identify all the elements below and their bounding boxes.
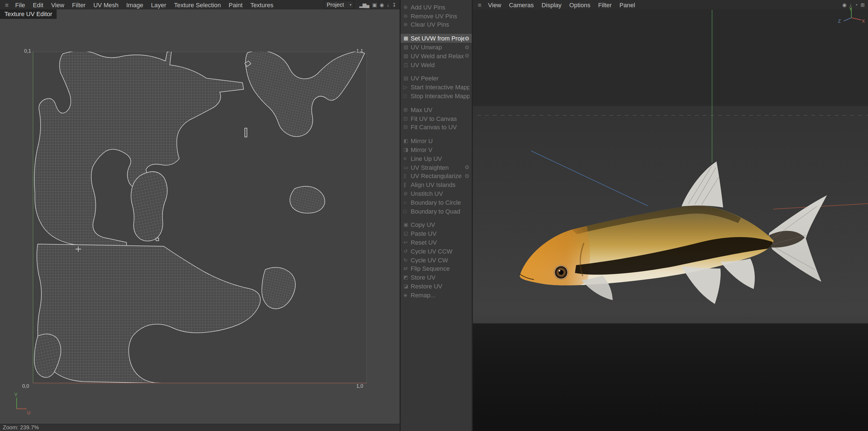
menu-item-textures[interactable]: Textures — [246, 1, 277, 8]
command-clear-uv-pins[interactable]: ⊗Clear UV Pins — [401, 20, 472, 29]
rectangularize-icon: ▯ — [403, 173, 411, 179]
command-group: ◧Mirror U◨Mirror V≡Line Up UV▭UV Straigh… — [401, 137, 472, 216]
command-remap[interactable]: ◈Remap... — [401, 291, 472, 300]
command-mirror-u[interactable]: ◧Mirror U — [401, 137, 472, 145]
gizmo-x-label: X — [862, 19, 865, 24]
command-uv-peeler[interactable]: ▤UV Peeler — [401, 74, 472, 83]
command-align-uv-islands[interactable]: ∥Align UV Islands — [401, 180, 472, 190]
command-remove-uv-pins[interactable]: ⊖Remove UV Pins — [401, 12, 472, 21]
remap-icon: ◈ — [403, 292, 411, 298]
menu-item-paint[interactable]: Paint — [225, 1, 246, 8]
layers-icon[interactable]: ▣ — [370, 2, 378, 7]
command-store-uv[interactable]: ◩Store UV — [401, 273, 472, 282]
menu-item-view[interactable]: View — [47, 1, 68, 8]
menu-item-display[interactable]: Display — [537, 1, 565, 8]
command-label: Line Up UV — [411, 155, 469, 162]
command-copy-uv[interactable]: ▣Copy UV — [401, 221, 472, 229]
gear-icon[interactable]: ⚙ — [465, 53, 469, 59]
import-arrow-icon[interactable]: ↓ — [385, 2, 391, 7]
gizmo-z-label: Z — [838, 19, 841, 24]
menu-item-edit[interactable]: Edit — [29, 1, 47, 8]
command-mirror-v[interactable]: ◨Mirror V — [401, 145, 472, 154]
uv-island-strip[interactable] — [245, 128, 247, 137]
clear-pins-icon: ⊗ — [403, 22, 411, 28]
command-restore-uv[interactable]: ◪Restore UV — [401, 282, 472, 291]
gear-icon[interactable]: ⚙ — [465, 44, 469, 50]
menu-item-options[interactable]: Options — [565, 1, 594, 8]
menu-item-view[interactable]: View — [484, 1, 505, 8]
command-stop-interactive-mapping[interactable]: □Stop Interactive Mapping — [401, 92, 472, 100]
uv-editor-pane: ≡ FileEditViewFilterUV MeshImageLayerTex… — [0, 0, 400, 431]
gear-icon[interactable]: ⚙ — [465, 35, 469, 42]
command-label: UV Rectangularize — [411, 173, 465, 179]
command-label: Unstitch UV — [411, 190, 469, 197]
uv-island-dot[interactable] — [156, 238, 159, 241]
histogram-icon[interactable]: ▂▆▄ — [358, 2, 370, 7]
command-max-uv[interactable]: ⊞Max UV — [401, 105, 472, 114]
command-uv-straighten[interactable]: ▭UV Straighten⚙ — [401, 163, 472, 172]
uv-island-right-teardrop[interactable] — [262, 267, 295, 309]
fish-model-3d[interactable] — [516, 161, 827, 304]
command-reset-uv[interactable]: ↩Reset UV — [401, 238, 472, 247]
restore-uv-icon: ◪ — [403, 284, 411, 289]
command-set-uvw-from-projection[interactable]: ▦Set UVW from Projection⚙ — [401, 34, 472, 43]
uv-canvas-u-axis-line — [33, 383, 367, 383]
menu-item-filter[interactable]: Filter — [68, 1, 90, 8]
uv-corner-label-10: 1,0 — [356, 383, 363, 389]
gear-icon[interactable]: ⚙ — [465, 164, 469, 170]
command-unstitch-uv[interactable]: ⊘Unstitch UV — [401, 189, 472, 198]
v-axis-label: V — [14, 392, 18, 397]
project-dropdown-label: Project — [327, 2, 344, 8]
command-start-interactive-mapping[interactable]: ▷Start Interactive Mapping — [401, 83, 472, 92]
command-fit-canvas-to-uv[interactable]: ⊟Fit Canvas to UV — [401, 123, 472, 132]
command-flip-sequence[interactable]: ⇄Flip Sequence — [401, 264, 472, 273]
command-uv-weld[interactable]: ◫UV Weld — [401, 61, 472, 69]
application-window: ≡ FileEditViewFilterUV MeshImageLayerTex… — [0, 0, 868, 431]
remove-pin-icon: ⊖ — [403, 13, 411, 19]
menu-item-image[interactable]: Image — [122, 1, 147, 8]
menu-item-panel[interactable]: Panel — [616, 1, 639, 8]
uv-editor-tab[interactable]: Texture UV Editor — [0, 9, 57, 19]
command-uv-weld-and-relax[interactable]: ▨UV Weld and Relax⚙ — [401, 52, 472, 61]
uv-mesh-islands[interactable] — [33, 52, 366, 383]
menu-item-file[interactable]: File — [11, 1, 29, 8]
command-cycle-uv-cw[interactable]: ↻Cycle UV CW — [401, 256, 472, 264]
viewport-axis-gizmo[interactable]: Y X Z — [837, 5, 865, 28]
project-dropdown[interactable]: Project ▾ — [324, 1, 354, 9]
command-label: Mirror V — [411, 146, 469, 153]
fish-dorsal-fin — [682, 161, 723, 207]
command-label: Max UV — [411, 106, 469, 113]
uv-island-center-blob[interactable] — [131, 172, 167, 241]
panel-menu-icon[interactable]: ≡ — [2, 1, 11, 8]
gear-icon[interactable]: ⚙ — [465, 173, 469, 179]
command-line-up-uv[interactable]: ≡Line Up UV — [401, 154, 472, 163]
command-label: Mirror U — [411, 138, 469, 144]
command-boundary-to-circle[interactable]: ○Boundary to Circle — [401, 198, 472, 207]
zoom-level-text: Zoom: 239.7% — [3, 424, 39, 430]
command-uv-unwrap[interactable]: ▧UV Unwrap⚙ — [401, 43, 472, 52]
sphere-icon[interactable]: ◉ — [378, 2, 385, 7]
command-uv-rectangularize[interactable]: ▯UV Rectangularize⚙ — [401, 172, 472, 180]
command-paste-uv[interactable]: ◱Paste UV — [401, 229, 472, 238]
menu-item-filter[interactable]: Filter — [594, 1, 616, 8]
menu-item-cameras[interactable]: Cameras — [505, 1, 537, 8]
menu-item-uv-mesh[interactable]: UV Mesh — [89, 1, 122, 8]
command-fit-uv-to-canvas[interactable]: ⊡Fit UV to Canvas — [401, 114, 472, 123]
menu-item-texture-selection[interactable]: Texture Selection — [170, 1, 225, 8]
command-add-uv-pins[interactable]: ⊕Add UV Pins — [401, 3, 472, 12]
panel-menu-icon[interactable]: ≡ — [475, 1, 484, 8]
uv-island-right-oval[interactable] — [290, 186, 325, 213]
command-cycle-uv-ccw[interactable]: ↺Cycle UV CCW — [401, 247, 472, 256]
uv-island-fins-topright[interactable] — [246, 52, 365, 137]
command-boundary-to-quad[interactable]: □Boundary to Quad — [401, 207, 472, 216]
chevron-down-icon: ▾ — [350, 2, 351, 7]
command-label: Store UV — [411, 274, 469, 281]
uv-menu-items: FileEditViewFilterUV MeshImageLayerTextu… — [11, 1, 277, 8]
menu-item-layer[interactable]: Layer — [147, 1, 170, 8]
uv-island-body-bottom[interactable] — [37, 244, 260, 383]
viewport-3d-scene[interactable] — [473, 9, 868, 431]
command-label: UV Weld — [411, 61, 469, 68]
export-arrow-icon[interactable]: ↧ — [391, 2, 397, 7]
weld-icon: ◫ — [403, 62, 411, 67]
command-label: Remove UV Pins — [411, 12, 469, 19]
